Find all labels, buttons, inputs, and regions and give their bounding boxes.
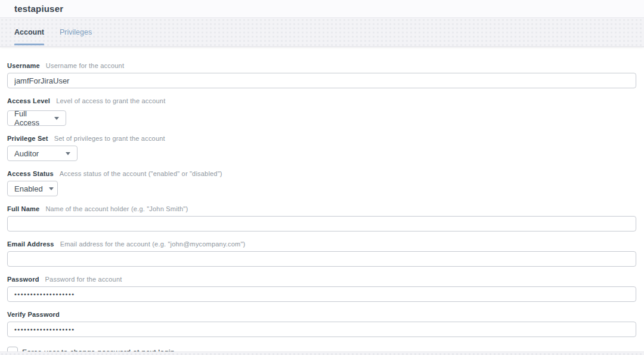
tab-privileges-label: Privileges — [60, 28, 92, 36]
email-address-label: Email Address — [7, 240, 54, 248]
page-header: testapiuser — [0, 0, 644, 18]
field-email-address: Email AddressEmail address for the accou… — [7, 240, 636, 267]
chevron-down-icon — [54, 117, 59, 120]
field-password: PasswordPassword for the account — [7, 275, 636, 302]
access-status-select[interactable]: Enabled — [7, 181, 58, 196]
field-full-name: Full NameName of the account holder (e.g… — [7, 205, 636, 231]
access-status-value: Enabled — [14, 184, 43, 193]
access-status-help: Access status of the account ("enabled" … — [60, 170, 222, 177]
verify-password-label: Verify Password — [7, 311, 60, 318]
password-help: Password for the account — [45, 276, 122, 283]
privilege-set-label: Privilege Set — [7, 135, 48, 142]
page-title: testapiuser — [14, 4, 63, 14]
tab-account[interactable]: Account — [14, 18, 44, 47]
username-help: Username for the account — [46, 62, 124, 69]
access-level-value: Full Access — [14, 109, 48, 127]
footer-texture-strip — [0, 351, 644, 355]
username-input[interactable] — [7, 73, 636, 88]
chevron-down-icon — [49, 187, 54, 190]
field-username: UsernameUsername for the account — [7, 61, 636, 88]
password-label: Password — [7, 276, 39, 283]
email-address-input[interactable] — [7, 251, 636, 267]
field-verify-password: Verify Password — [7, 310, 636, 337]
field-access-level: Access LevelLevel of access to grant the… — [7, 97, 636, 126]
full-name-help: Name of the account holder (e.g. "John S… — [45, 205, 188, 212]
field-access-status: Access StatusAccess status of the accoun… — [7, 169, 636, 196]
chevron-down-icon — [66, 152, 70, 155]
access-level-label: Access Level — [7, 97, 50, 104]
tab-account-label: Account — [14, 28, 44, 36]
privilege-set-help: Set of privileges to grant the account — [54, 135, 165, 142]
tab-privileges[interactable]: Privileges — [60, 18, 92, 47]
field-privilege-set: Privilege SetSet of privileges to grant … — [7, 134, 636, 161]
full-name-label: Full Name — [7, 205, 39, 212]
tab-bar: Account Privileges — [0, 18, 644, 47]
privilege-set-select[interactable]: Auditor — [7, 146, 78, 161]
verify-password-input[interactable] — [7, 322, 636, 337]
account-form: UsernameUsername for the account Access … — [0, 47, 644, 355]
privilege-set-value: Auditor — [14, 149, 39, 158]
access-level-select[interactable]: Full Access — [7, 110, 66, 126]
email-address-help: Email address for the account (e.g. "joh… — [60, 240, 246, 248]
password-input[interactable] — [7, 286, 636, 302]
access-status-label: Access Status — [7, 170, 54, 177]
full-name-input[interactable] — [7, 216, 636, 231]
access-level-help: Level of access to grant the account — [56, 97, 165, 104]
username-label: Username — [7, 62, 40, 69]
